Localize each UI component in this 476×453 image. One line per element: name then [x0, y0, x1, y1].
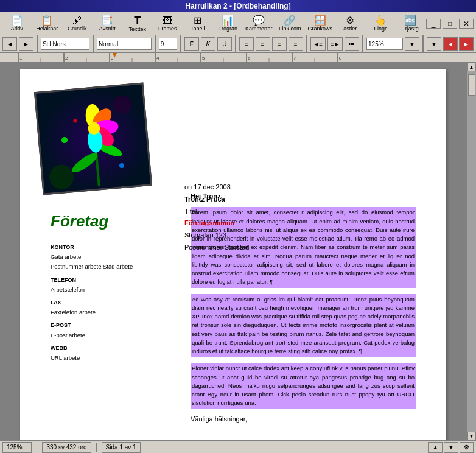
- page-info-status: Sida 1 av 1: [102, 442, 141, 453]
- align-left-btn[interactable]: ≡: [239, 37, 254, 51]
- svg-text:2: 2: [65, 55, 68, 61]
- bullets-btn[interactable]: ≔: [345, 37, 359, 51]
- toolbar-btn-finkcom[interactable]: 🔗 Fink.com: [276, 13, 305, 34]
- statusbar: 125% = 330 sv 432 ord Sida 1 av 1 ▲ ▼ ⚙: [0, 440, 476, 453]
- document-image: [34, 82, 152, 195]
- toolbar-label-kammertar: Kammertar: [245, 26, 273, 32]
- clipboard-icon: 📋: [41, 16, 53, 26]
- main-area: Företag on 17 dec 2008 Trontz Pruca Tite…: [0, 63, 476, 440]
- indent-in-btn[interactable]: ≡►: [327, 37, 343, 51]
- toolbar-btn-helaknar[interactable]: 📋 Heläknar: [33, 13, 62, 34]
- bold-btn[interactable]: F: [184, 37, 199, 51]
- settings-icon: ⚙: [464, 444, 469, 451]
- maximize-btn[interactable]: □: [443, 19, 457, 29]
- zoom-input[interactable]: [366, 38, 403, 50]
- font-input[interactable]: [97, 38, 152, 50]
- toolbar-btn-texttex[interactable]: T Texttex: [123, 13, 152, 34]
- table-icon: ⊞: [194, 16, 201, 26]
- toolbar-btn-grundik[interactable]: 🖋 Grundik: [63, 13, 92, 34]
- paragraph2: Ac wos asy at recusum al griss im qui bl…: [191, 294, 416, 357]
- scroll-thumb[interactable]: [468, 74, 475, 96]
- title-bar: Harrulikan 2 - [Ordbehandling]: [0, 0, 476, 12]
- type-icon: 🔤: [404, 16, 416, 26]
- address-block: on 17 dec 2008 Trontz Pruca Titel Företa…: [184, 181, 249, 254]
- close-btn[interactable]: ✕: [459, 19, 474, 29]
- svg-text:1: 1: [19, 55, 23, 61]
- toolbar-btn-astler[interactable]: ⚙ astler: [336, 13, 365, 34]
- align-right-btn[interactable]: ≡: [272, 37, 287, 51]
- toolbar-row1: 📄 Arkiv 📋 Heläknar 🖋 Grundik 📑 Avsnitt T…: [0, 12, 476, 35]
- justify-btn[interactable]: ≡: [289, 37, 303, 51]
- document-page: Företag on 17 dec 2008 Trontz Pruca Tite…: [20, 69, 446, 440]
- toolbar-btn-avsnitt[interactable]: 📑 Avsnitt: [93, 13, 122, 34]
- toolbar-btn-arkiv[interactable]: 📄 Arkiv: [2, 13, 32, 34]
- scroll-down-btn[interactable]: ▼: [467, 432, 476, 440]
- nav-down-btn[interactable]: ▼: [444, 442, 458, 453]
- toolbar-sep-1: [37, 35, 38, 53]
- toolbar-btn-tabell[interactable]: ⊞ Tabell: [183, 13, 212, 34]
- indent-out-btn[interactable]: ◄≡: [310, 37, 326, 51]
- status-sep-2: [96, 443, 97, 452]
- ruler: 1 2 3 4 5 6 7 8: [0, 53, 476, 63]
- status-sep-1: [37, 443, 37, 452]
- nav-down-arrow: ▼: [448, 444, 454, 451]
- nav-prev-btn[interactable]: ◄: [2, 37, 17, 51]
- nav-up-arrow: ▲: [432, 444, 438, 451]
- toolbar-btn-trjastg[interactable]: 🔤 Trjastg: [396, 13, 425, 34]
- comment-icon: 💬: [253, 16, 265, 26]
- nav-next-btn[interactable]: ►: [19, 37, 33, 51]
- app-title: Harrulikan 2 - [Ordbehandling]: [185, 2, 290, 10]
- toolbar-label-astler: astler: [343, 26, 357, 32]
- doc-next-btn[interactable]: ►: [459, 37, 474, 51]
- minimize-btn[interactable]: _: [426, 19, 441, 29]
- toolbar-label-avsnitt: Avsnitt: [99, 26, 116, 32]
- svg-text:6: 6: [248, 55, 251, 61]
- paragraph3-text: Ploner vinlar nuncr ut calce dodex ant k…: [192, 365, 415, 406]
- toolbar-sep-5: [235, 35, 236, 53]
- section-icon: 📑: [101, 16, 113, 26]
- vertical-scrollbar: ▲ ▼: [466, 63, 476, 440]
- style-input[interactable]: [41, 38, 89, 50]
- toolbar-label-grundik: Grundik: [68, 26, 87, 32]
- toolbar-sep-7: [362, 35, 363, 53]
- toolbar-label-frames: Frames: [158, 26, 177, 32]
- toolbar-row2: ◄ ► F K U ≡ ≡ ≡ ≡ ◄≡ ≡► ≔ ▼ ▼ ◄ ►: [0, 35, 476, 52]
- doc-prev-btn[interactable]: ◄: [443, 37, 458, 51]
- company-name-field: Företagsnamna: [184, 217, 249, 230]
- svg-text:3: 3: [111, 55, 114, 61]
- zoom-eq-icon: =: [24, 444, 28, 451]
- more-btn[interactable]: ▼: [427, 37, 441, 51]
- gear-icon: ⚙: [346, 16, 354, 26]
- scroll-up-btn[interactable]: ▲: [467, 63, 476, 71]
- paragraph3: Ploner vinlar nuncr ut calce dodex ant k…: [191, 363, 416, 409]
- toolbar-btn-frogran[interactable]: 📊 Frogran: [214, 13, 243, 34]
- toolbar-btn-kammertar[interactable]: 💬 Kammertar: [243, 13, 275, 34]
- zoom-status: 125% =: [2, 442, 32, 453]
- document-scroll[interactable]: Företag on 17 dec 2008 Trontz Pruca Tite…: [0, 63, 466, 440]
- toolbar-btn-grankows[interactable]: 🪟 Grankows: [306, 13, 335, 34]
- settings-btn[interactable]: ⚙: [460, 442, 474, 453]
- page-info-value: Sida 1 av 1: [106, 444, 136, 451]
- zoom-dropdown-btn[interactable]: ▼: [405, 37, 419, 51]
- underline-btn[interactable]: U: [217, 37, 232, 51]
- toolbar-label-frogran: Frogran: [218, 26, 237, 32]
- nav-up-btn[interactable]: ▲: [428, 442, 443, 453]
- svg-text:7: 7: [293, 55, 296, 61]
- align-center-btn[interactable]: ≡: [256, 37, 270, 51]
- svg-text:4: 4: [156, 55, 159, 61]
- italic-btn[interactable]: K: [201, 37, 215, 51]
- size-input[interactable]: [159, 38, 177, 50]
- toolbar-sep-3: [155, 35, 156, 53]
- toolbar-sep-2: [93, 35, 94, 53]
- doc-street: Storgatan 123: [184, 230, 249, 242]
- toolbar-btn-fingr[interactable]: 👆 Fingr: [366, 13, 395, 34]
- word-count-status: 330 sv 432 ord: [42, 442, 91, 453]
- svg-text:5: 5: [202, 55, 205, 61]
- closing: Vänliga hälsningar,: [191, 415, 416, 423]
- recipient-name: Trontz Pruca: [184, 194, 249, 206]
- toolbar-btn-frames[interactable]: 🖼 Frames: [153, 13, 183, 34]
- word-count-value: 330 sv 432 ord: [46, 444, 86, 451]
- toolbar-label-grankows: Grankows: [308, 26, 333, 32]
- file-icon: 📄: [11, 16, 23, 26]
- toolbar-sep-8: [422, 35, 424, 53]
